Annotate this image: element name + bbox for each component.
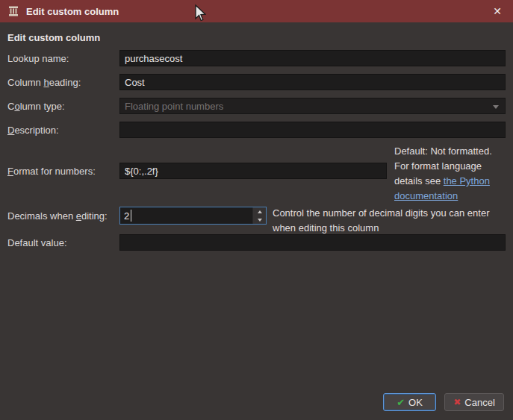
decimals-input[interactable] (120, 207, 252, 224)
format-for-numbers-input[interactable] (119, 163, 387, 179)
dialog-heading: Edit custom column (7, 32, 100, 43)
window-title: Edit custom column (26, 6, 119, 17)
close-icon[interactable]: ✕ (489, 6, 506, 16)
column-heading-input[interactable] (119, 74, 506, 90)
ok-button[interactable]: ✔ OK (383, 393, 436, 411)
description-input[interactable] (119, 122, 506, 138)
spin-buttons (252, 207, 266, 224)
column-icon (7, 5, 19, 17)
column-heading-label: Column heading: (7, 77, 81, 88)
column-type-select: Floating point numbers (119, 98, 506, 114)
spin-down-icon (258, 219, 262, 222)
default-value-label: Default value: (7, 237, 67, 248)
cancel-button[interactable]: ✖ Cancel (444, 393, 504, 411)
description-label: Description: (7, 125, 59, 136)
check-icon: ✔ (397, 397, 405, 408)
decimals-note: Control the number of decimal digits you… (273, 206, 510, 236)
lookup-name-label: Lookup name: (7, 53, 69, 64)
chevron-down-icon (493, 105, 499, 109)
format-note: Default: Not formatted. For format langu… (394, 144, 508, 204)
spin-up-button[interactable] (253, 207, 266, 216)
lookup-name-input[interactable] (119, 50, 506, 66)
spin-up-icon (258, 210, 262, 213)
text-caret (131, 210, 131, 222)
x-icon: ✖ (453, 397, 461, 407)
decimals-spinbox[interactable] (119, 207, 267, 225)
decimals-label: Decimals when editing: (7, 210, 108, 222)
spin-down-button[interactable] (253, 216, 266, 224)
cancel-button-label: Cancel (464, 397, 494, 408)
default-value-input[interactable] (119, 234, 506, 251)
edit-custom-column-dialog: Edit custom column ✕ Edit custom column … (0, 0, 513, 420)
window-titlebar[interactable]: Edit custom column ✕ (0, 0, 513, 22)
format-for-numbers-label: Format for numbers: (7, 166, 96, 177)
column-type-value: Floating point numbers (125, 101, 223, 112)
ok-button-label: OK (408, 397, 423, 408)
column-type-label: Column type: (7, 101, 65, 112)
